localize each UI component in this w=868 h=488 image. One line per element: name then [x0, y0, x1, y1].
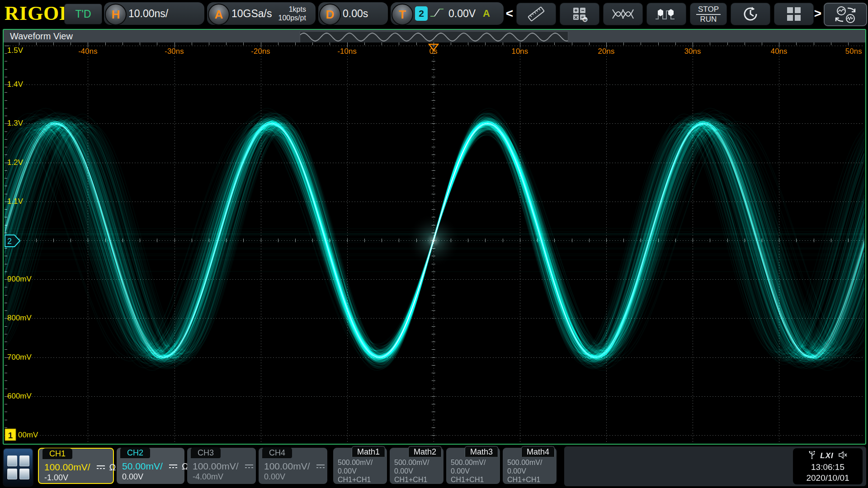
- channel-offset: -4.00mV: [193, 472, 223, 482]
- sample-resolution: 100ps/pt: [278, 14, 306, 22]
- dc-coupling-icon: [316, 463, 326, 469]
- trigger-status-indicator[interactable]: T'D: [64, 4, 102, 24]
- eye-jitter-analysis-button[interactable]: [603, 3, 643, 25]
- expand-toolbar-chevron[interactable]: >: [814, 6, 822, 21]
- math-scale: 500.00mV/: [394, 459, 429, 467]
- math-offset: 0.00V: [507, 467, 526, 475]
- measure-button[interactable]: [516, 3, 556, 25]
- dc-coupling-icon: [244, 463, 254, 469]
- channel-scale: 50.00mV/: [122, 461, 163, 472]
- channel-cell-ch2[interactable]: CH250.00mV/Ω0.00V: [117, 448, 184, 484]
- channel-cell-ch4[interactable]: CH4100.00mV/0.00V: [259, 448, 327, 484]
- dc-coupling-icon: [96, 464, 106, 470]
- waveform-canvas[interactable]: [5, 42, 864, 443]
- math-scale: 500.00mV/: [451, 459, 486, 467]
- math-expression: CH1+CH1: [394, 476, 427, 484]
- collapse-toolbar-chevron[interactable]: <: [505, 6, 514, 21]
- channel-tab-label: CH1: [42, 448, 72, 459]
- trigger-knob[interactable]: T: [392, 4, 413, 25]
- stop-label: STOP: [696, 5, 721, 15]
- timebase-overview-strip[interactable]: [300, 31, 568, 43]
- histogram-button[interactable]: [646, 3, 686, 25]
- channel-cell-ch3[interactable]: CH3100.00mV/-4.00mV: [187, 448, 256, 484]
- trigger-settings-button[interactable]: T 2 0.00V A: [391, 2, 504, 25]
- launcher-tile-icon: [19, 469, 29, 479]
- channel-scale: 100.00mV/: [193, 461, 239, 472]
- run-label: RUN: [696, 15, 721, 23]
- channel-scale: 100.00mV/: [44, 462, 90, 473]
- windows-button[interactable]: [774, 3, 814, 25]
- math-offset: 0.00V: [451, 467, 470, 475]
- trigger-position-marker[interactable]: [428, 43, 439, 52]
- math-tab-label: Math1: [352, 446, 385, 457]
- waveform-view-window: Waveform View -40ns-30ns-20ns-10ns0s10ns…: [3, 29, 866, 445]
- system-date: 2020/10/01: [793, 473, 863, 483]
- svg-text:M: M: [584, 18, 587, 22]
- notification-panel: LXI 13:06:15 2020/10/01: [564, 446, 866, 486]
- horizontal-settings-button[interactable]: H 10.00ns/: [104, 2, 204, 25]
- ruler-icon: [526, 6, 546, 22]
- acquisition-settings-button[interactable]: A 10GSa/s 1kpts 100ps/pt: [207, 2, 316, 25]
- bottom-status-bar: CH1100.00mV/Ω-1.00VCH250.00mV/Ω0.00VCH31…: [0, 446, 868, 488]
- menu-launcher-button[interactable]: [3, 448, 33, 487]
- math-scale: 500.00mV/: [507, 459, 542, 467]
- sample-rate: 10GSa/s: [231, 8, 272, 20]
- math-expression: CH1+CH1: [338, 476, 371, 484]
- math-cell-math1[interactable]: Math1500.00mV/0.00VCH1+CH1: [333, 448, 387, 484]
- clock-box[interactable]: LXI 13:06:15 2020/10/01: [793, 448, 863, 484]
- math-tab-label: Math2: [408, 446, 442, 457]
- impedance-label: Ω: [109, 462, 116, 473]
- trigger-sweep-mode: A: [483, 8, 490, 19]
- channel-scale: 100.00mV/: [264, 461, 310, 472]
- channel-tab-label: CH2: [120, 447, 150, 458]
- acquisition-knob[interactable]: A: [208, 4, 230, 25]
- history-clock-icon: [741, 5, 760, 23]
- trigger-source-badge: 2: [415, 6, 428, 21]
- channel-offset: 0.00V: [122, 472, 143, 482]
- math-expression: CH1+CH1: [507, 476, 540, 484]
- channel2-position-marker[interactable]: 2: [5, 235, 21, 247]
- svg-text:1: 1: [8, 431, 13, 440]
- math-expression: CH1+CH1: [451, 476, 484, 484]
- system-time: 13:06:15: [793, 462, 863, 473]
- eye-diagram-icon: [612, 8, 634, 20]
- math-scale: 500.00mV/: [338, 459, 373, 467]
- math-offset: 0.00V: [338, 467, 357, 475]
- windows-grid-icon: [785, 6, 802, 22]
- horizontal-knob[interactable]: H: [105, 4, 127, 25]
- horizontal-scale: 10.00ns/: [128, 8, 168, 20]
- launcher-tile-icon: [7, 455, 17, 466]
- trigger-slope-rising-icon: [429, 6, 445, 21]
- speaker-muted-icon: [838, 451, 847, 461]
- math-cell-math4[interactable]: Math4500.00mV/0.00VCH1+CH1: [503, 448, 557, 484]
- math-calculator-icon: M: [571, 6, 589, 22]
- math-tab-label: Math4: [521, 446, 555, 457]
- channel1-position-marker[interactable]: 1: [5, 427, 17, 441]
- stop-run-button[interactable]: STOP RUN: [690, 3, 727, 25]
- channel-offset: 0.00V: [264, 472, 285, 482]
- history-button[interactable]: [731, 3, 770, 25]
- usb-icon: [808, 450, 816, 461]
- math-cell-math2[interactable]: Math2500.00mV/0.00VCH1+CH1: [390, 448, 443, 484]
- lxi-logo: LXI: [820, 451, 833, 460]
- delay-settings-button[interactable]: D 0.00s: [318, 2, 388, 25]
- delay-knob[interactable]: D: [319, 4, 341, 25]
- launcher-tile-icon: [7, 469, 17, 479]
- display-refresh-icon: [832, 5, 859, 24]
- math-cell-math3[interactable]: Math3500.00mV/0.00VCH1+CH1: [446, 448, 500, 484]
- channel-cell-ch1[interactable]: CH1100.00mV/Ω-1.00V: [38, 448, 114, 484]
- display-refresh-button[interactable]: [824, 3, 867, 26]
- math-offset: 0.00V: [394, 467, 413, 475]
- rigol-logo: RIGOL: [5, 3, 62, 24]
- math-button[interactable]: M: [560, 3, 599, 25]
- hexagon-waveform-icon: [655, 6, 678, 22]
- top-toolbar: RIGOL T'D H 10.00ns/ A 10GSa/s 1kpts 100…: [0, 0, 868, 28]
- memory-depth: 1kpts: [289, 5, 306, 14]
- channel-tab-label: CH4: [262, 447, 292, 458]
- trigger-level: 0.00V: [448, 8, 476, 20]
- launcher-tile-icon: [19, 455, 29, 466]
- channel-offset: -1.00V: [44, 473, 68, 483]
- dc-coupling-icon: [168, 463, 178, 469]
- math-tab-label: Math3: [465, 446, 498, 457]
- channel-tab-label: CH3: [191, 447, 221, 458]
